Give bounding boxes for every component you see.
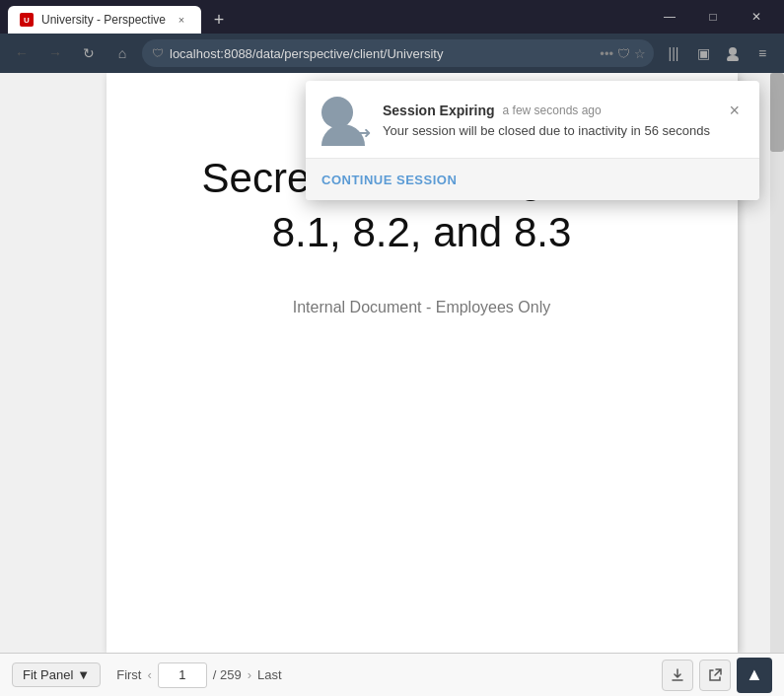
new-tab-button[interactable]: + <box>205 6 233 34</box>
tab-favicon: U <box>20 13 34 27</box>
download-button[interactable] <box>662 660 693 691</box>
page-area: Secret Plans for Ignition 8.1, 8.2, and … <box>0 73 784 696</box>
bookmark-shield-icon[interactable]: 🛡 <box>617 46 630 61</box>
toolbar-right-actions: ▲ <box>662 658 772 693</box>
forward-button[interactable]: → <box>41 39 69 67</box>
open-external-button[interactable] <box>699 660 731 691</box>
avatar-head <box>321 97 353 128</box>
prev-page-button[interactable]: ‹ <box>147 667 151 682</box>
popup-timestamp: a few seconds ago <box>503 104 602 117</box>
popup-info: Session Expiring a few seconds ago Your … <box>383 103 713 140</box>
profile-icon[interactable] <box>719 39 747 67</box>
scroll-up-arrow-icon: ▲ <box>746 664 763 685</box>
browser-window: U University - Perspective × + — □ ✕ ← →… <box>0 0 784 696</box>
close-window-button[interactable]: ✕ <box>737 0 776 34</box>
page-navigation: First ‹ / 259 › Last <box>116 662 281 688</box>
menu-icon[interactable]: ≡ <box>748 39 776 67</box>
fit-panel-label: Fit Panel <box>23 667 73 682</box>
tab-area: U University - Perspective × + <box>8 0 233 34</box>
avatar: ➜ <box>321 97 371 146</box>
avatar-arrow-icon: ➜ <box>358 123 371 142</box>
shield-icon: 🛡 <box>152 46 164 60</box>
title-bar: U University - Perspective × + — □ ✕ <box>0 0 784 34</box>
address-right-icons: ••• 🛡 ☆ <box>600 46 646 61</box>
scroll-to-top-button[interactable]: ▲ <box>737 658 772 693</box>
svg-point-3 <box>727 55 739 61</box>
last-page-button[interactable]: Last <box>257 667 282 682</box>
document-subtitle: Internal Document - Employees Only <box>293 299 550 316</box>
dropdown-arrow-icon: ▼ <box>77 667 90 682</box>
first-page-button[interactable]: First <box>116 667 141 682</box>
popup-message: Your session will be closed due to inact… <box>383 122 713 140</box>
popup-title-text: Session Expiring <box>383 103 495 118</box>
session-expiring-popup: ➜ Session Expiring a few seconds ago You… <box>306 81 759 200</box>
active-tab[interactable]: U University - Perspective × <box>8 6 201 34</box>
page-total-label: / 259 <box>213 667 242 682</box>
popup-close-button[interactable]: × <box>725 97 744 125</box>
back-button[interactable]: ← <box>8 39 36 67</box>
svg-text:U: U <box>24 16 30 25</box>
address-bar: ← → ↻ ⌂ 🛡 ••• 🛡 ☆ ||| ▣ ≡ <box>0 34 784 73</box>
fit-panel-button[interactable]: Fit Panel ▼ <box>12 662 101 687</box>
library-icon[interactable]: ||| <box>660 39 687 67</box>
scrollbar-thumb[interactable] <box>770 73 784 152</box>
popup-title-row: Session Expiring a few seconds ago <box>383 103 713 118</box>
bottom-toolbar: Fit Panel ▼ First ‹ / 259 › Last ▲ <box>0 653 784 696</box>
tab-title: University - Perspective <box>41 13 166 27</box>
star-icon[interactable]: ☆ <box>634 46 646 61</box>
window-controls: — □ ✕ <box>650 0 776 34</box>
next-page-button[interactable]: › <box>248 667 251 682</box>
browser-toolbar: ||| ▣ ≡ <box>660 39 776 67</box>
refresh-button[interactable]: ↻ <box>75 39 103 67</box>
layout-icon[interactable]: ▣ <box>689 39 717 67</box>
tab-close-button[interactable]: × <box>174 12 189 28</box>
page-number-input[interactable] <box>158 662 207 688</box>
maximize-button[interactable]: □ <box>693 0 733 34</box>
scrollbar-track[interactable] <box>770 73 784 653</box>
minimize-button[interactable]: — <box>650 0 689 34</box>
popup-footer: CONTINUE SESSION <box>306 159 759 200</box>
home-button[interactable]: ⌂ <box>108 39 136 67</box>
svg-point-2 <box>729 47 737 55</box>
continue-session-button[interactable]: CONTINUE SESSION <box>321 173 457 187</box>
popup-header: ➜ Session Expiring a few seconds ago You… <box>306 81 759 158</box>
more-options-icon[interactable]: ••• <box>600 46 613 61</box>
address-input[interactable] <box>142 39 654 67</box>
address-field-wrap: 🛡 ••• 🛡 ☆ <box>142 39 654 67</box>
